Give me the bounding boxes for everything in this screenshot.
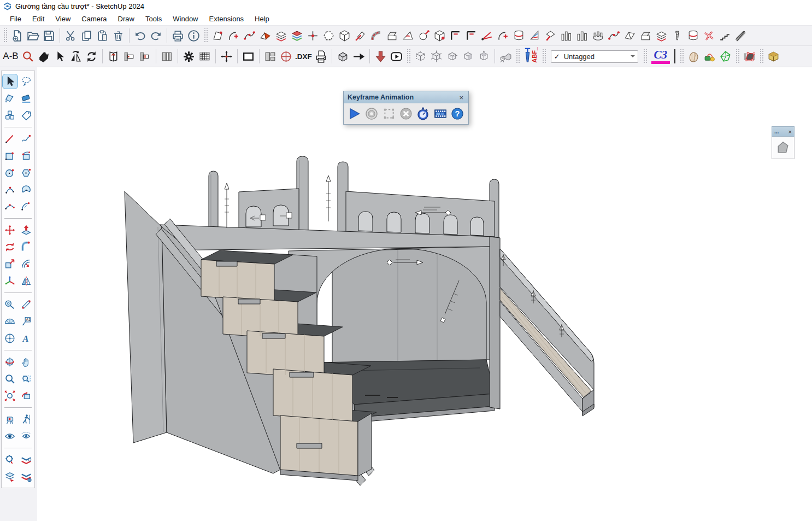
dimension-tool[interactable]: [19, 297, 34, 312]
flip-tool[interactable]: [68, 48, 84, 65]
redo-button[interactable]: [148, 27, 164, 44]
undo-button[interactable]: [132, 27, 148, 44]
curved-rail-plugin-button[interactable]: [733, 27, 749, 44]
toolbar-drag-handle[interactable]: [643, 49, 648, 63]
new-document-button[interactable]: [9, 27, 25, 44]
keyframe-dialog-titlebar[interactable]: Keyframe Animation ×: [344, 91, 468, 103]
close-icon[interactable]: ×: [458, 94, 464, 101]
view-axes-button[interactable]: [428, 48, 444, 65]
plugin-gears2-tool[interactable]: [19, 469, 34, 484]
orbit-tool[interactable]: [2, 354, 18, 370]
circle-tool[interactable]: [2, 165, 18, 180]
toolbar-drag-handle[interactable]: [515, 49, 520, 63]
abf-tool[interactable]: ABF_: [522, 47, 540, 66]
model-canvas[interactable]: Keyframe Animation × ... ×: [37, 67, 812, 521]
lasso-tool[interactable]: [19, 74, 34, 89]
component-box-tool[interactable]: [766, 48, 781, 65]
corner-round-plugin-button[interactable]: [463, 27, 479, 44]
menu-file[interactable]: File: [4, 13, 27, 25]
print-page-tool[interactable]: [313, 48, 329, 65]
pillar-chain-plugin-button[interactable]: [606, 27, 622, 44]
menu-draw[interactable]: Draw: [113, 13, 140, 25]
import-download-tool[interactable]: [373, 48, 389, 65]
arc-center-plugin-button[interactable]: [226, 27, 242, 44]
polygon-dashed-plugin-button[interactable]: [321, 27, 337, 44]
toolbar-drag-handle[interactable]: [679, 49, 684, 63]
arc-tool[interactable]: [2, 182, 18, 197]
panel-mark-tool[interactable]: [137, 48, 153, 65]
cross-sticks-plugin-button[interactable]: [701, 27, 717, 44]
camera-view-tool[interactable]: [498, 48, 514, 65]
save-model-button[interactable]: [41, 27, 57, 44]
box-3d-tool[interactable]: [335, 48, 351, 65]
kf-select-frames-button[interactable]: [381, 106, 397, 121]
pan-tool[interactable]: [19, 354, 34, 370]
menu-edit[interactable]: Edit: [27, 13, 50, 25]
cz-extension-button[interactable]: C3: [649, 49, 672, 64]
angle-dims-plugin-button[interactable]: [479, 27, 495, 44]
select-tool[interactable]: [2, 74, 18, 89]
kf-play-button[interactable]: [347, 106, 362, 121]
rotated-rectangle-tool[interactable]: [19, 148, 34, 163]
3d-text-tool[interactable]: [19, 331, 34, 346]
offset-sheet-plugin-button[interactable]: [210, 27, 226, 44]
erase-button[interactable]: [110, 27, 126, 44]
kf-record-button[interactable]: [364, 106, 379, 121]
toolbar-drag-handle[interactable]: [542, 49, 546, 63]
pillar-cluster-plugin-button[interactable]: [574, 27, 590, 44]
layers-stack-plugin-button[interactable]: [273, 27, 289, 44]
wedge-arc-plugin-button[interactable]: [400, 27, 416, 44]
kf-export-video-button[interactable]: [432, 106, 448, 121]
plugin-weld-tool[interactable]: [19, 452, 34, 467]
wood-screw-plugin-button[interactable]: [669, 27, 685, 44]
stair-profile-plugin-button[interactable]: [717, 27, 733, 44]
panel-left-tool[interactable]: [121, 48, 137, 65]
settings-gear-tool[interactable]: [181, 48, 197, 65]
table-grid-tool[interactable]: [197, 48, 213, 65]
face-polygon-icon[interactable]: [775, 139, 791, 156]
kf-timer-button[interactable]: [415, 106, 431, 121]
plugin-layers-tool[interactable]: [2, 469, 18, 484]
polygon-tool[interactable]: [19, 165, 34, 180]
corner-lines-plugin-button[interactable]: [448, 27, 463, 44]
zoom-extents-tool[interactable]: [2, 388, 18, 403]
toolbar-drag-handle[interactable]: [3, 28, 8, 43]
chevron-down-icon[interactable]: [631, 55, 635, 60]
menu-view[interactable]: View: [50, 13, 76, 25]
compass-tool[interactable]: [2, 331, 18, 346]
look-around-tool[interactable]: [2, 429, 18, 444]
plugin-gear-tool[interactable]: [2, 452, 18, 467]
curve-offset-plugin-button[interactable]: [495, 27, 511, 44]
dxf-export-button[interactable]: .DXF: [294, 48, 313, 65]
kf-cancel-button[interactable]: [398, 106, 414, 121]
joint-push-pull-plugin-button[interactable]: [305, 27, 321, 44]
three-point-arc-tool[interactable]: [2, 199, 18, 214]
zoom-window-tool[interactable]: [19, 371, 34, 387]
scale-tool[interactable]: [2, 256, 18, 272]
marker-pen-plugin-button[interactable]: [543, 27, 558, 44]
cylinder-band-plugin-button[interactable]: [511, 27, 527, 44]
rectangle-tool[interactable]: [2, 148, 18, 163]
view-back-button[interactable]: [460, 48, 476, 65]
offset-tool[interactable]: [19, 256, 34, 272]
cut-face-plugin-button[interactable]: [352, 27, 368, 44]
paste-button[interactable]: [95, 27, 110, 44]
tape-measure-tool[interactable]: [2, 297, 18, 312]
pedestal-plugin-button[interactable]: [685, 27, 701, 44]
flip-along-tool[interactable]: [19, 273, 34, 289]
arcs-tool[interactable]: [19, 199, 34, 214]
kf-help-button[interactable]: [450, 106, 465, 121]
bezier-curve-plugin-button[interactable]: [242, 27, 257, 44]
print-button[interactable]: [170, 27, 186, 44]
line-tool[interactable]: [2, 131, 18, 147]
pillar-ring-plugin-button[interactable]: [590, 27, 606, 44]
center-target-tool[interactable]: [278, 48, 294, 65]
toolbar-drag-handle[interactable]: [203, 28, 208, 43]
rectangle-outline-tool[interactable]: [240, 48, 256, 65]
tag-filter-dropdown[interactable]: ✓Untagged: [551, 50, 638, 63]
mini-panel-titlebar[interactable]: ... ×: [772, 126, 795, 137]
color-layers-plugin-button[interactable]: [289, 27, 305, 44]
menu-extensions[interactable]: Extensions: [204, 13, 250, 25]
search-tool[interactable]: [20, 48, 36, 65]
hole-panel-plugin-button[interactable]: [638, 27, 654, 44]
